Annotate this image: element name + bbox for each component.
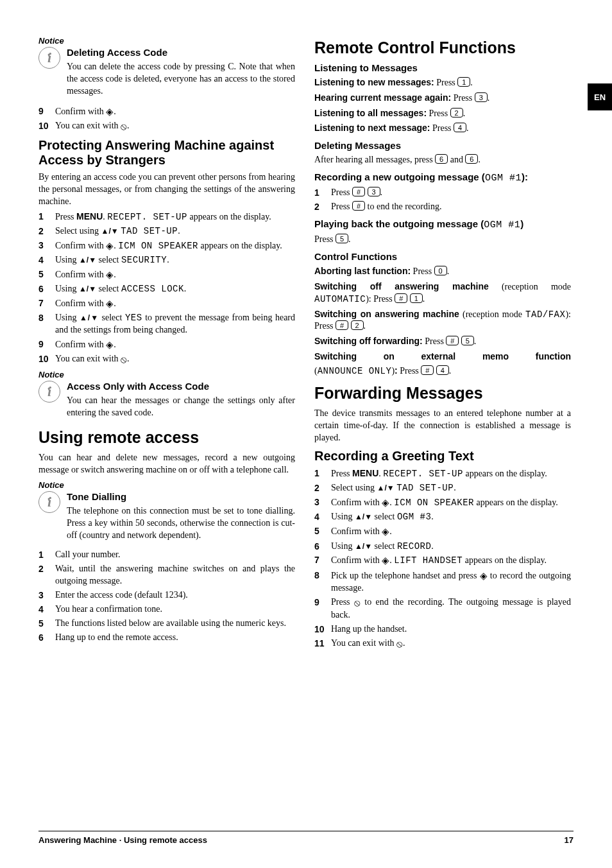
key-hash: # xyxy=(395,293,407,303)
key-hash: # xyxy=(421,365,434,375)
notice-label: Notice xyxy=(38,480,295,490)
ra-step-2: 2Wait, until the answering machine switc… xyxy=(38,563,295,587)
line-listen-new: Listening to new messages: Press 1. xyxy=(314,76,571,89)
key-5: 5 xyxy=(336,234,348,243)
right-column: Remote Control Functions Listening to Me… xyxy=(314,32,571,653)
step-10: 10You can exit with ⦸. xyxy=(38,120,295,133)
key-5: 5 xyxy=(461,336,474,345)
heading-deleting-messages: Deleting Messages xyxy=(314,140,571,152)
diamond-icon: ◈ xyxy=(106,241,114,251)
up-down-icon: ▲/▼ xyxy=(79,284,96,293)
g-step-3: 3Confirm with ◈. ICM ON SPEAKER appears … xyxy=(314,496,571,509)
key-3: 3 xyxy=(475,92,488,102)
paragraph-forwarding: The device transmits messages to an ente… xyxy=(314,408,571,444)
heading-listening-to-messages: Listening to Messages xyxy=(314,62,571,74)
g-step-8: 8Pick up the telephone handset and press… xyxy=(314,569,571,595)
line-switch-off-fwd: Switching off forwarding: Press # 5. xyxy=(314,335,571,348)
up-down-icon: ▲/▼ xyxy=(101,227,119,236)
language-tab: EN xyxy=(588,83,612,110)
g-step-5: 5Confirm with ◈. xyxy=(314,525,571,538)
step-5: 5Confirm with ◈. xyxy=(38,268,295,281)
line-switch-on-memo-2: (ANNOUNCE ONLY): Press # 4. xyxy=(314,365,571,378)
key-4: 4 xyxy=(454,123,466,132)
notice-body: You can delete the access code by pressi… xyxy=(67,61,295,98)
step-7: 7Confirm with ◈. xyxy=(38,297,295,310)
heading-recording-greeting: Recording a Greeting Text xyxy=(314,449,571,464)
g-step-4: 4Using ▲/▼ select OGM #3. xyxy=(314,511,571,523)
rec-step-2: 2Press # to end the recording. xyxy=(314,201,571,213)
notice-tone-dialling: i Tone Dialling The telephone on this co… xyxy=(38,491,295,544)
up-down-icon: ▲/▼ xyxy=(79,256,96,265)
heading-recording-ogm: Recording a new outgoing message (OGM #1… xyxy=(314,171,571,184)
notice-body: You can hear the messages or change the … xyxy=(67,395,295,419)
notice-title: Access Only with Access Code xyxy=(67,381,295,392)
stop-icon: ⦸ xyxy=(396,639,403,649)
key-hash: # xyxy=(352,201,365,211)
heading-using-remote-access: Using remote access xyxy=(38,428,295,447)
g-step-6: 6Using ▲/▼ select RECORD. xyxy=(314,541,571,553)
left-column: Notice i Deleting Access Code You can de… xyxy=(38,32,295,653)
diamond-icon: ◈ xyxy=(382,526,389,537)
g-step-11: 11You can exit with ⦸. xyxy=(314,638,571,650)
heading-playing-back-ogm: Playing back the outgoing message (OGM #… xyxy=(314,218,571,231)
key-2: 2 xyxy=(450,108,463,117)
diamond-icon: ◈ xyxy=(480,571,488,581)
g-step-7: 7Confirm with ◈. LIFT HANDSET appears on… xyxy=(314,554,571,567)
diamond-icon: ◈ xyxy=(106,340,114,350)
diamond-icon: ◈ xyxy=(106,299,114,309)
step-9: 9Confirm with ◈. xyxy=(38,105,295,118)
step-6: 6Using ▲/▼ select ACCESS LOCK. xyxy=(38,283,295,295)
notice-body: The telephone on this connection must be… xyxy=(67,505,295,542)
line-listen-all: Listening to all messages: Press 2. xyxy=(314,107,571,120)
diamond-icon: ◈ xyxy=(106,107,114,117)
heading-protecting: Protecting Answering Machine against Acc… xyxy=(38,138,295,168)
line-switch-on-memo: Switching on external memo function xyxy=(314,351,571,363)
ra-step-6: 6Hang up to end the remote access. xyxy=(38,632,295,644)
step-4: 4Using ▲/▼ select SECURITY. xyxy=(38,254,295,266)
key-1: 1 xyxy=(457,77,470,87)
notice-deleting-access-code: i Deleting Access Code You can delete th… xyxy=(38,47,295,100)
diamond-icon: ◈ xyxy=(382,555,389,566)
step-3: 3Confirm with ◈. ICM ON SPEAKER appears … xyxy=(38,239,295,252)
heading-control-functions: Control Functions xyxy=(314,251,571,263)
notice-title: Deleting Access Code xyxy=(67,47,295,58)
ra-step-3: 3Enter the access code (default 1234). xyxy=(38,589,295,602)
up-down-icon: ▲/▼ xyxy=(377,483,395,492)
page-footer: Answering Machine · Using remote access … xyxy=(38,831,574,845)
key-0: 0 xyxy=(434,266,447,275)
line-play: Press 5. xyxy=(314,234,571,246)
footer-left: Answering Machine · Using remote access xyxy=(38,835,207,845)
up-down-icon: ▲/▼ xyxy=(355,512,372,521)
g-step-9: 9Press ⦸ to end the recording. The outgo… xyxy=(314,596,571,621)
notice-label: Notice xyxy=(38,36,295,46)
notice-access-only: i Access Only with Access Code You can h… xyxy=(38,381,295,422)
g-step-10: 10Hang up the handset. xyxy=(314,623,571,636)
key-4: 4 xyxy=(436,365,449,375)
paragraph-remote-access: You can hear and delete new messages, re… xyxy=(38,452,295,476)
key-2: 2 xyxy=(351,320,364,330)
key-6: 6 xyxy=(435,154,448,164)
heading-forwarding-messages: Forwarding Messages xyxy=(314,384,571,403)
line-delete: After hearing all messages, press 6 and … xyxy=(314,154,571,166)
line-switch-off-am: Switching off answering machine (recepti… xyxy=(314,281,571,306)
stop-icon: ⦸ xyxy=(354,598,361,608)
ra-step-5: 5The functions listed below are availabl… xyxy=(38,618,295,630)
g-step-2: 2Select using ▲/▼ TAD SET-UP. xyxy=(314,482,571,494)
diamond-icon: ◈ xyxy=(106,270,114,280)
stop-icon: ⦸ xyxy=(121,121,127,132)
key-6: 6 xyxy=(465,154,478,164)
footer-page-number: 17 xyxy=(565,835,574,845)
step-2: 2Select using ▲/▼ TAD SET-UP. xyxy=(38,225,295,238)
key-3: 3 xyxy=(368,187,380,196)
heading-remote-control-functions: Remote Control Functions xyxy=(314,39,571,57)
notice-label: Notice xyxy=(38,370,295,379)
line-abort: Aborting last function: Press 0. xyxy=(314,265,571,278)
info-icon: i xyxy=(38,491,60,513)
step-1: 1Press MENU. RECEPT. SET-UP appears on t… xyxy=(38,211,295,223)
line-hear-again: Hearing current message again: Press 3. xyxy=(314,92,571,105)
up-down-icon: ▲/▼ xyxy=(80,313,99,322)
g-step-1: 1Press MENU. RECEPT. SET-UP appears on t… xyxy=(314,467,571,480)
key-hash: # xyxy=(446,336,459,345)
step-8: 8Using ▲/▼ select YES to prevent the mes… xyxy=(38,312,295,336)
stop-icon: ⦸ xyxy=(121,354,127,365)
